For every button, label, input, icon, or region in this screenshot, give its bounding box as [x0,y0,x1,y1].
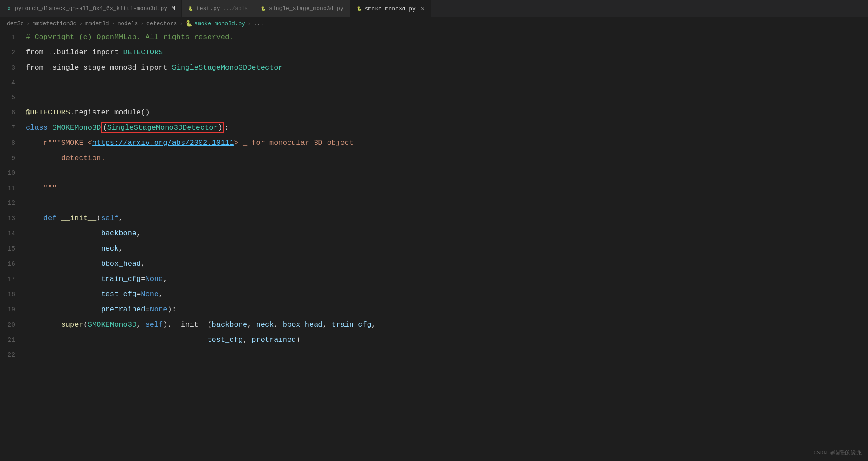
breadcrumb-sep-2: › [79,20,83,27]
line-16: 16 bbox_head, [0,257,868,272]
line-num-10: 10 [0,166,24,181]
line-5: 5 [0,90,868,105]
tab-smoke-mono3d[interactable]: 🐍 smoke_mono3d.py ✕ [350,0,431,17]
line-3: 3 from .single_stage_mono3d import Singl… [0,60,868,76]
line-num-12: 12 [0,196,24,211]
breadcrumb-det3d[interactable]: det3d [7,20,24,27]
highlight-box: (SingleStageMono3DDetector) [101,122,224,133]
line-content-20: super(SMOKEMono3D, self).__init__(backbo… [24,317,868,332]
breadcrumb-sep-6: › [248,20,251,27]
tab-bar: ⚙ pytorch_dlaneck_gn-all_8x4_6x_kitti-mo… [0,0,868,17]
py-icon-3: 🐍 [260,6,266,12]
line-7: 7 class SMOKEMono3D(SingleStageMono3DDet… [0,120,868,136]
watermark: CSDN @喵睡的缘龙 [813,449,862,457]
line-num-20: 20 [0,318,24,333]
tab-pytorch[interactable]: ⚙ pytorch_dlaneck_gn-all_8x4_6x_kitti-mo… [0,0,182,17]
line-num-5: 5 [0,90,24,105]
line-4: 4 [0,76,868,90]
line-content-16: bbox_head, [24,257,868,271]
breadcrumb: det3d › mmdetection3d › mmdet3d › models… [0,17,868,30]
tab-label-4: smoke_mono3d.py [365,6,416,12]
line-8: 8 r"""SMOKE <https://arxiv.org/abs/2002.… [0,136,868,151]
tab-close-button[interactable]: ✕ [421,6,424,12]
breadcrumb-mmdetection3d[interactable]: mmdetection3d [33,20,76,27]
line-content-7: class SMOKEMono3D(SingleStageMono3DDetec… [24,120,868,135]
line-content-21: test_cfg, pretrained) [24,333,868,347]
tab-test[interactable]: 🐍 test.py .../apis [182,0,254,17]
line-content-13: def __init__(self, [24,211,868,226]
watermark-text: CSDN @喵睡的缘龙 [813,450,862,456]
breadcrumb-sep-3: › [112,20,115,27]
line-14: 14 backbone, [0,226,868,241]
line-10: 10 [0,166,868,181]
line-13: 13 def __init__(self, [0,211,868,226]
line-content-6: @DETECTORS.register_module() [24,105,868,120]
tab-sublabel-2: .../apis [222,6,248,12]
line-18: 18 test_cfg=None, [0,287,868,302]
line-num-4: 4 [0,76,24,90]
line-content-11: """ [24,181,868,196]
py-icon-1: ⚙ [6,6,12,12]
line-content-18: test_cfg=None, [24,287,868,302]
breadcrumb-sep-4: › [140,20,144,27]
breadcrumb-sep-5: › [179,20,183,27]
breadcrumb-ellipsis: ... [254,20,264,27]
file-icon: 🐍 [186,20,192,27]
py-icon-2: 🐍 [188,6,194,12]
line-12: 12 [0,196,868,211]
line-num-2: 2 [0,46,24,60]
breadcrumb-file[interactable]: 🐍 smoke_mono3d.py [186,20,245,27]
line-content-1: # Copyright (c) OpenMMLab. All rights re… [24,30,868,45]
line-1: 1 # Copyright (c) OpenMMLab. All rights … [0,30,868,45]
breadcrumb-mmdet3d[interactable]: mmdet3d [85,20,109,27]
line-num-14: 14 [0,227,24,241]
breadcrumb-filename: smoke_mono3d.py [194,20,245,27]
line-content-19: pretrained=None): [24,302,868,317]
line-num-8: 8 [0,136,24,151]
line-num-17: 17 [0,272,24,287]
breadcrumb-sep-1: › [27,20,30,27]
tab-label-3: single_stage_mono3d.py [269,5,344,12]
tab-label-2: test.py [196,5,220,12]
line-num-22: 22 [0,348,24,363]
line-num-13: 13 [0,211,24,226]
line-num-3: 3 [0,61,24,76]
breadcrumb-models[interactable]: models [117,20,138,27]
line-content-2: from ..builder import DETECTORS [24,45,868,60]
line-19: 19 pretrained=None): [0,302,868,317]
line-content-9: detection. [24,151,868,166]
breadcrumb-detectors[interactable]: detectors [146,20,177,27]
py-icon-4: 🐍 [356,6,362,12]
line-9: 9 detection. [0,151,868,166]
line-content-15: neck, [24,241,868,256]
tab-label-1: pytorch_dlaneck_gn-all_8x4_6x_kitti-mono… [15,5,167,12]
line-num-16: 16 [0,257,24,272]
code-editor: 1 # Copyright (c) OpenMMLab. All rights … [0,30,868,363]
line-num-1: 1 [0,30,24,45]
line-2: 2 from ..builder import DETECTORS [0,45,868,60]
line-num-6: 6 [0,106,24,120]
line-20: 20 super(SMOKEMono3D, self).__init__(bac… [0,317,868,333]
line-num-18: 18 [0,287,24,302]
line-num-7: 7 [0,121,24,136]
line-num-21: 21 [0,333,24,348]
tab-single-stage[interactable]: 🐍 single_stage_mono3d.py [254,0,350,17]
line-11: 11 """ [0,181,868,196]
line-15: 15 neck, [0,241,868,257]
line-num-9: 9 [0,151,24,166]
line-21: 21 test_cfg, pretrained) [0,333,868,348]
line-num-15: 15 [0,242,24,257]
line-num-19: 19 [0,303,24,317]
line-num-11: 11 [0,181,24,196]
line-6: 6 @DETECTORS.register_module() [0,105,868,120]
line-content-14: backbone, [24,226,868,241]
line-content-17: train_cfg=None, [24,272,868,287]
line-17: 17 train_cfg=None, [0,272,868,287]
line-content-8: r"""SMOKE <https://arxiv.org/abs/2002.10… [24,136,868,150]
tab-modified-1: M [172,5,175,12]
line-content-3: from .single_stage_mono3d import SingleS… [24,60,868,75]
line-22: 22 [0,348,868,363]
